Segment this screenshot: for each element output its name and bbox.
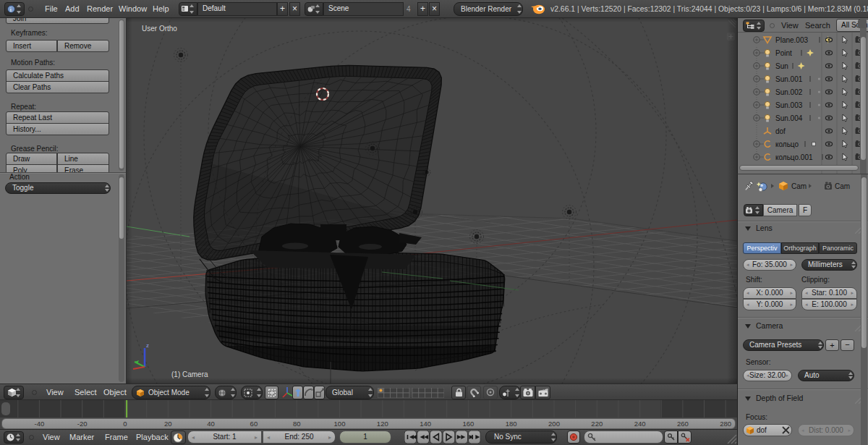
svg-text:200: 200: [548, 420, 560, 428]
svg-text:280: 280: [720, 420, 731, 428]
svg-text:80: 80: [293, 420, 301, 428]
svg-text:кольцо.001: кольцо.001: [775, 153, 813, 161]
svg-text:20: 20: [164, 420, 172, 428]
svg-text:Sun.002: Sun.002: [775, 88, 803, 96]
svg-text:Sun.003: Sun.003: [775, 101, 803, 109]
svg-text:(1) Camera: (1) Camera: [171, 370, 208, 378]
svg-text:220: 220: [591, 420, 603, 428]
svg-text:160: 160: [462, 420, 474, 428]
svg-text:dof: dof: [775, 127, 786, 135]
svg-text:Point: Point: [775, 49, 792, 57]
svg-text:Sun.001: Sun.001: [775, 75, 803, 83]
svg-text:z: z: [146, 342, 149, 349]
svg-text:Sun: Sun: [775, 62, 788, 70]
svg-text:Plane.003: Plane.003: [775, 36, 808, 44]
svg-text:100: 100: [334, 420, 346, 428]
svg-text:60: 60: [250, 420, 258, 428]
svg-text:-40: -40: [35, 420, 45, 428]
svg-text:Sun.004: Sun.004: [775, 114, 803, 122]
svg-text:260: 260: [677, 420, 689, 428]
svg-text:240: 240: [634, 420, 646, 428]
svg-text:0: 0: [123, 420, 127, 428]
svg-text:-20: -20: [77, 420, 88, 428]
svg-text:140: 140: [420, 420, 431, 428]
svg-text:40: 40: [207, 420, 215, 428]
svg-text:кольцо: кольцо: [775, 140, 799, 148]
svg-text:Cam: Cam: [835, 182, 850, 190]
svg-text:120: 120: [377, 420, 388, 428]
svg-text:User Ortho: User Ortho: [142, 25, 177, 33]
svg-text:180: 180: [506, 420, 517, 428]
svg-text:Cam: Cam: [791, 182, 807, 190]
